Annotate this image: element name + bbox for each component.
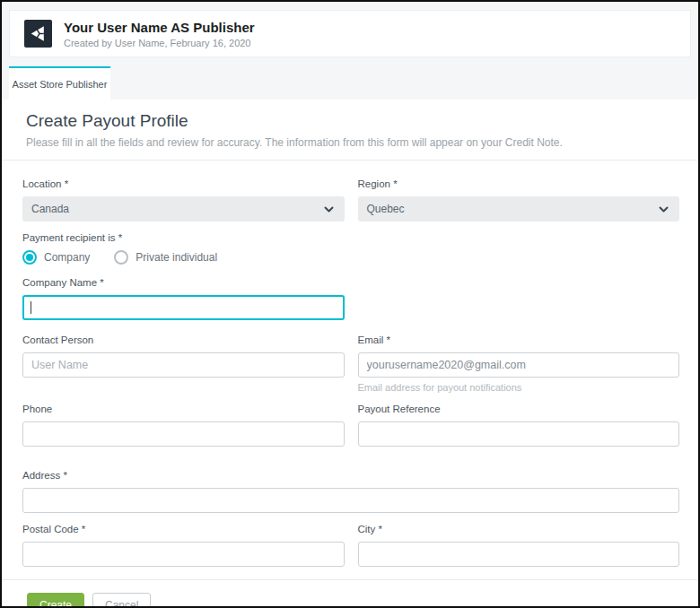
email-field: Email * Email address for payout notific…	[358, 334, 680, 393]
contact-person-label: Contact Person	[22, 334, 345, 345]
company-name-field: Company Name *	[22, 277, 345, 320]
radio-circle-icon	[22, 250, 37, 265]
company-name-label: Company Name *	[22, 277, 345, 288]
city-input[interactable]	[358, 542, 680, 567]
radio-company[interactable]: Company	[22, 250, 90, 265]
payment-recipient-label: Payment recipient is *	[22, 232, 679, 243]
payout-reference-label: Payout Reference	[358, 404, 680, 414]
publisher-subtitle: Created by User Name, February 16, 2020	[64, 38, 255, 48]
app-window: Your User Name AS Publisher Created by U…	[0, 0, 700, 608]
email-helper-text: Email address for payout notifications	[358, 382, 680, 393]
payment-recipient-field: Payment recipient is * Company Private i…	[22, 232, 679, 265]
text-cursor	[31, 301, 31, 314]
location-field: Location * Canada	[22, 178, 345, 221]
region-select[interactable]: Quebec	[358, 196, 680, 221]
address-input[interactable]	[22, 488, 679, 513]
tab-label: Asset Store Publisher	[13, 79, 108, 90]
phone-input[interactable]	[22, 421, 345, 447]
email-label: Email *	[358, 334, 680, 345]
city-label: City *	[358, 524, 680, 534]
location-value: Canada	[31, 203, 69, 215]
page-description: Please fill in all the fields and review…	[26, 136, 678, 149]
payout-profile-form: Location * Canada Region * Quebec	[2, 161, 698, 567]
region-label: Region *	[358, 178, 680, 189]
phone-label: Phone	[22, 404, 345, 414]
location-label: Location *	[22, 178, 345, 189]
radio-company-label: Company	[44, 251, 90, 264]
postal-code-label: Postal Code *	[22, 524, 345, 534]
unity-logo	[24, 20, 52, 48]
create-button[interactable]: Create	[27, 593, 84, 608]
chevron-down-icon	[659, 206, 669, 213]
region-field: Region * Quebec	[358, 178, 680, 221]
postal-code-input[interactable]	[22, 542, 345, 567]
postal-code-field: Postal Code *	[22, 524, 345, 567]
phone-field: Phone	[22, 404, 345, 447]
tab-bar: Asset Store Publisher	[9, 66, 698, 100]
radio-private-individual-label: Private individual	[136, 251, 217, 264]
email-input[interactable]	[358, 352, 680, 378]
chevron-down-icon	[324, 206, 334, 213]
radio-private-individual[interactable]: Private individual	[114, 250, 217, 265]
address-label: Address *	[22, 470, 679, 481]
contact-person-input[interactable]	[22, 352, 345, 378]
main-content: Create Payout Profile Please fill in all…	[2, 100, 698, 608]
radio-circle-icon	[114, 250, 128, 265]
contact-person-field: Contact Person	[22, 334, 345, 393]
payout-reference-input[interactable]	[358, 421, 680, 447]
page-title: Create Payout Profile	[26, 111, 678, 131]
publisher-title: Your User Name AS Publisher	[64, 20, 255, 35]
tab-asset-store-publisher[interactable]: Asset Store Publisher	[9, 66, 110, 100]
location-select[interactable]: Canada	[22, 196, 345, 221]
payout-reference-field: Payout Reference	[358, 404, 680, 447]
publisher-header: Your User Name AS Publisher Created by U…	[9, 10, 691, 57]
region-value: Quebec	[367, 203, 405, 215]
city-field: City *	[358, 524, 680, 567]
form-actions: Create Cancel	[2, 580, 698, 608]
payment-recipient-options: Company Private individual	[22, 250, 679, 265]
company-name-input[interactable]	[22, 295, 345, 320]
cancel-button[interactable]: Cancel	[92, 593, 151, 608]
unity-logo-icon	[28, 23, 48, 44]
address-field: Address *	[22, 470, 679, 513]
